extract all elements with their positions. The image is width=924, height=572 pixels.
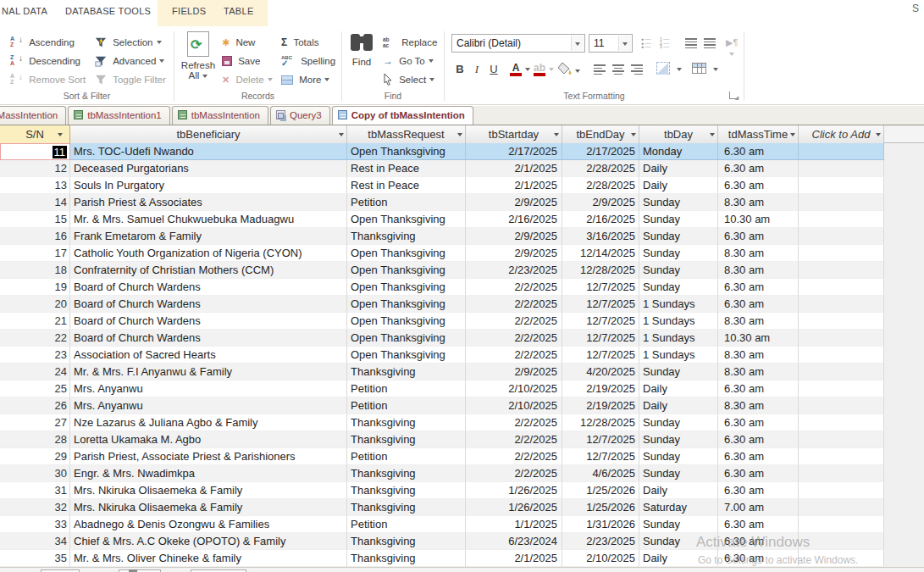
table-row[interactable]: 21 Board of Church Wardens Open Thanksgi… — [0, 313, 924, 330]
record-navigator[interactable] — [0, 567, 924, 572]
cell-sn[interactable]: 21 — [0, 313, 70, 330]
column-header-tbmassrequest[interactable]: tbMassRequest — [347, 125, 466, 144]
table-row[interactable]: 24 Mr. & Mrs. F.I Anyanwu & Family Thank… — [0, 364, 924, 380]
cell-end-day[interactable]: 12/7/2025 — [562, 330, 639, 347]
cell-end-day[interactable]: 12/28/2025 — [562, 414, 639, 431]
toggle-filter-button[interactable]: Toggle Filter — [95, 70, 166, 87]
cell-click-to-add[interactable] — [799, 414, 884, 431]
cell-mass-request[interactable]: Petition — [347, 380, 466, 397]
cell-sn[interactable]: 28 — [0, 431, 70, 448]
cell-sn[interactable]: 11 — [0, 143, 70, 160]
column-dropdown-icon[interactable] — [790, 133, 795, 136]
cell-beneficiary[interactable]: Board of Church Wardens — [70, 330, 347, 347]
table-row[interactable]: 25 Mrs. Anyanwu Petition 2/10/2025 2/19/… — [0, 380, 924, 397]
cell-end-day[interactable]: 12/7/2025 — [562, 431, 639, 448]
save-record-button[interactable]: Save — [222, 52, 260, 69]
cell-click-to-add[interactable] — [799, 448, 884, 465]
cell-day[interactable]: 1 Sundays — [639, 296, 718, 313]
cell-day[interactable]: Sunday — [639, 414, 718, 431]
cell-end-day[interactable]: 4/6/2025 — [562, 465, 639, 482]
spelling-button[interactable]: ABC Spelling — [281, 52, 335, 69]
cell-mass-time[interactable]: 8.30 am — [718, 347, 799, 364]
cell-day[interactable]: Daily — [639, 482, 718, 499]
cell-click-to-add[interactable] — [799, 347, 884, 364]
bold-button[interactable]: B — [451, 61, 468, 78]
cell-sn[interactable]: 13 — [0, 177, 70, 194]
cell-start-day[interactable]: 2/16/2025 — [466, 211, 562, 228]
cell-mass-time[interactable]: 6.30 am — [718, 380, 799, 397]
cell-day[interactable]: Sunday — [639, 194, 718, 211]
cell-end-day[interactable]: 2/23/2025 — [562, 533, 639, 550]
cell-mass-request[interactable]: Open Thanksgiving — [347, 296, 466, 313]
column-dropdown-icon[interactable] — [876, 133, 881, 136]
tab-database-tools[interactable]: DATABASE TOOLS — [65, 6, 151, 16]
doc-tab-tbmassintention1[interactable]: tbMassIntention1 — [68, 106, 170, 125]
cell-sn[interactable]: 17 — [0, 245, 70, 262]
table-row[interactable]: 14 Parish Priest & Associates Petition 2… — [0, 194, 924, 211]
cell-mass-time[interactable]: 7.00 am — [718, 499, 799, 516]
cell-day[interactable]: Monday — [639, 143, 718, 160]
cell-sn[interactable]: 19 — [0, 279, 70, 296]
cell-mass-time[interactable]: 8.30 am — [718, 245, 799, 262]
cell-beneficiary[interactable]: Catholic Youth Organization of Nigeria (… — [70, 245, 347, 262]
cell-sn[interactable]: 23 — [0, 347, 70, 364]
delete-record-button[interactable]: Delete — [222, 70, 273, 87]
background-fill-button[interactable] — [558, 62, 580, 78]
cell-sn[interactable]: 33 — [0, 516, 70, 533]
table-row[interactable]: 30 Engr. & Mrs. Nwadimkpa Thanksgiving 2… — [0, 465, 924, 482]
more-button[interactable]: More — [281, 70, 329, 87]
cell-start-day[interactable]: 2/10/2025 — [466, 397, 562, 414]
cell-click-to-add[interactable] — [799, 228, 884, 245]
cell-sn[interactable]: 26 — [0, 397, 70, 414]
cell-beneficiary[interactable]: Frank Emetarom & Family — [70, 228, 347, 245]
cell-day[interactable]: Sunday — [639, 228, 718, 245]
cell-mass-request[interactable]: Open Thanksgiving — [347, 313, 466, 330]
cell-sn[interactable]: 20 — [0, 296, 70, 313]
cell-beneficiary[interactable]: Chief & Mrs. A.C Okeke (OPOTO) & Family — [70, 533, 347, 550]
font-size-dropdown[interactable] — [618, 36, 631, 51]
cell-mass-request[interactable]: Thanksgiving — [347, 550, 466, 567]
cell-sn[interactable]: 35 — [0, 550, 70, 567]
tab-fields[interactable]: FIELDS — [172, 6, 206, 16]
cell-click-to-add[interactable] — [799, 245, 884, 262]
replace-button[interactable]: abac Replace — [383, 33, 437, 50]
cell-click-to-add[interactable] — [799, 177, 884, 194]
cell-start-day[interactable]: 2/2/2025 — [466, 296, 562, 313]
cell-mass-request[interactable]: Thanksgiving — [347, 414, 466, 431]
cell-day[interactable]: Sunday — [639, 431, 718, 448]
cell-start-day[interactable]: 2/2/2025 — [466, 465, 562, 482]
numbering-icon[interactable]: 1 ── 2 ── 3 ── — [660, 37, 673, 48]
cell-mass-time[interactable]: 8.30 am — [718, 397, 799, 414]
cell-end-day[interactable]: 12/7/2025 — [562, 296, 639, 313]
cell-start-day[interactable]: 1/26/2025 — [466, 482, 562, 499]
cell-end-day[interactable]: 2/19/2025 — [562, 397, 639, 414]
cell-mass-time[interactable]: 6.30 am — [718, 448, 799, 465]
cell-mass-time[interactable]: 6.30 am — [718, 143, 799, 160]
cell-day[interactable]: Sunday — [639, 364, 718, 380]
cell-beneficiary[interactable]: Association of Sacred Hearts — [70, 347, 347, 364]
cell-end-day[interactable]: 2/9/2025 — [562, 194, 639, 211]
cell-mass-time[interactable]: 6.30 am — [718, 228, 799, 245]
column-dropdown-icon[interactable] — [554, 133, 559, 136]
cell-mass-time[interactable]: 6.30 am — [718, 431, 799, 448]
cell-mass-time[interactable]: 8.30 am — [718, 364, 799, 380]
doc-tab-tbmassintention[interactable]: tbMassIntention — [0, 106, 66, 125]
cell-day[interactable]: Sunday — [639, 279, 718, 296]
table-row[interactable]: 18 Confraternity of Christian Mothers (C… — [0, 262, 924, 279]
cell-mass-time[interactable]: 10.30 am — [718, 330, 799, 347]
cell-end-day[interactable]: 12/28/2025 — [562, 262, 639, 279]
cell-sn[interactable]: 31 — [0, 482, 70, 499]
cell-start-day[interactable]: 2/1/2025 — [466, 160, 562, 177]
table-row[interactable]: 20 Board of Church Wardens Open Thanksgi… — [0, 296, 924, 313]
cell-mass-request[interactable]: Open Thanksgiving — [347, 143, 466, 160]
cell-mass-request[interactable]: Thanksgiving — [347, 431, 466, 448]
cell-click-to-add[interactable] — [799, 465, 884, 482]
cell-mass-request[interactable]: Open Thanksgiving — [347, 330, 466, 347]
cell-start-day[interactable]: 2/10/2025 — [466, 380, 562, 397]
cell-click-to-add[interactable] — [799, 313, 884, 330]
underline-button[interactable]: U — [485, 61, 502, 78]
cell-mass-request[interactable]: Rest in Peace — [347, 160, 466, 177]
cell-day[interactable]: Sunday — [639, 516, 718, 533]
decrease-indent-icon[interactable] — [704, 38, 716, 48]
cell-mass-time[interactable]: 8.30 am — [718, 194, 799, 211]
